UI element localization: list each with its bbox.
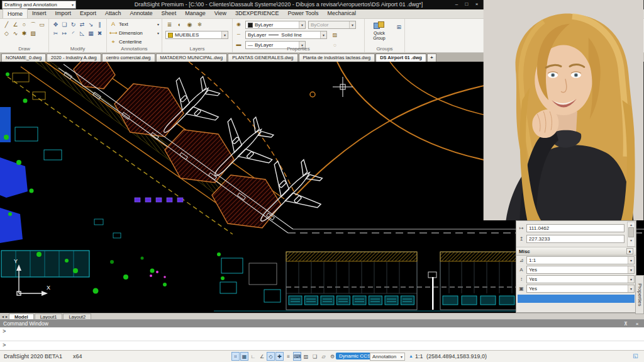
workspace-selector[interactable]: Drafting and Annotation ▾ <box>2 1 76 9</box>
text-button[interactable]: A Text ▾ <box>109 20 159 28</box>
annotation-scale-selector[interactable]: 1:1 ▾ <box>526 256 635 264</box>
sheet-tab-model[interactable]: Model <box>9 314 34 320</box>
misc-section-header[interactable]: Misc ▲ <box>516 247 636 256</box>
tab-scroll-left-icon[interactable]: ◂ <box>1 314 4 319</box>
tab-scroll-right-icon[interactable]: ▸ <box>5 314 8 319</box>
scroll-down-icon[interactable]: ▾ <box>630 239 632 242</box>
tab-manage[interactable]: Manage <box>180 9 210 18</box>
property-value-field[interactable]: 227.3233 <box>526 235 625 243</box>
match-orientation-selector[interactable]: Yes ▾ <box>526 275 635 283</box>
offset-icon[interactable]: ∥ <box>96 21 104 29</box>
lineweight-icon[interactable]: ≡ <box>284 352 292 361</box>
line-style-selector[interactable]: ByLayer Solid line ▾ <box>245 31 327 39</box>
command-history-line: > <box>0 327 644 341</box>
tab-3dexperience[interactable]: 3DEXPERIENCE <box>231 9 284 18</box>
polygon-icon[interactable]: ◇ <box>3 30 11 38</box>
sheet-tab-layout1[interactable]: Layout1 <box>35 314 63 320</box>
close-icon[interactable]: × <box>633 321 641 327</box>
scroll-up-icon[interactable]: ▴ <box>630 223 632 227</box>
fullscreen-icon[interactable]: ◱ <box>633 353 638 359</box>
paper-visibility-selector[interactable]: Yes ▾ <box>526 285 635 293</box>
maximize-button[interactable]: □ <box>462 0 472 9</box>
line-style-icon[interactable]: ┄ <box>235 31 243 38</box>
ortho-icon[interactable]: ∟ <box>249 352 257 361</box>
hatch-icon[interactable]: ▨ <box>29 30 37 38</box>
sheet-tab-layout2[interactable]: Layout2 <box>63 314 91 320</box>
hatch-color-selector[interactable]: ByColor ▾ <box>308 21 356 29</box>
tab-sheet[interactable]: Sheet <box>157 9 181 18</box>
annotation-scale-selector[interactable]: Annotation ▾ <box>370 353 405 361</box>
tab-view[interactable]: View <box>210 9 231 18</box>
chamfer-icon[interactable]: ◺ <box>78 30 86 38</box>
trim-icon[interactable]: ✂ <box>52 30 60 38</box>
scrollbar-thumb[interactable] <box>628 227 634 237</box>
copy-icon[interactable]: ❏ <box>60 21 69 29</box>
etrack-icon[interactable]: ✚ <box>275 352 284 361</box>
hatch-color-icon[interactable]: ▨ <box>331 31 339 39</box>
layer-selector[interactable]: MUEBLES ▾ <box>165 31 228 39</box>
tab-export[interactable]: Export <box>75 9 101 18</box>
line-color-selector[interactable]: ByLayer ▾ <box>245 21 306 29</box>
point-icon[interactable]: ✱ <box>20 30 28 38</box>
quick-group-label: Quick Group <box>367 31 391 41</box>
polyline-icon[interactable]: ∠ <box>11 21 19 29</box>
rectangle-icon[interactable]: ▭ <box>38 21 46 29</box>
close-button[interactable]: × <box>472 0 482 9</box>
polar-icon[interactable]: ∠ <box>258 352 266 361</box>
erase-icon[interactable]: ✖ <box>96 30 104 38</box>
group-manager-icon[interactable]: ⊞ <box>396 24 401 30</box>
dynamic-ccs-toggle[interactable]: Dynamic CCS <box>336 353 374 359</box>
tab-import[interactable]: Import <box>51 9 76 18</box>
snap-icon[interactable]: ⌗ <box>231 352 240 361</box>
doc-tab-ds-airport[interactable]: DS Airport 01 .dwg <box>375 54 426 62</box>
grid-icon[interactable]: ▦ <box>240 352 248 361</box>
tab-attach[interactable]: Attach <box>101 9 126 18</box>
scale-icon[interactable]: ↘ <box>87 21 95 29</box>
centerline-button[interactable]: ⌖ Centerline <box>109 38 159 45</box>
selected-property-row[interactable] <box>518 295 635 303</box>
move-icon[interactable]: ✥ <box>52 21 60 29</box>
doc-tab-matadero[interactable]: MATADERO MUNICIPAL.dwg <box>156 54 228 62</box>
property-value-field[interactable]: 111.0462 <box>526 224 625 232</box>
command-window-header[interactable]: Command Window ⊼ × <box>0 320 644 327</box>
circle-icon[interactable]: ○ <box>20 21 28 29</box>
fillet-icon[interactable]: ◜ <box>69 30 77 38</box>
panel-scrollbar[interactable]: ▴ ▾ <box>627 222 635 247</box>
quick-group-button[interactable]: Quick Group <box>367 21 391 41</box>
layer-manager-icon[interactable]: ≣ <box>165 21 174 28</box>
dynamic-input-icon[interactable]: ⌨ <box>293 352 301 361</box>
esnap-icon[interactable]: ◇ <box>267 352 275 361</box>
layer-toggle-icon[interactable]: ◐ <box>175 21 184 28</box>
arc-icon[interactable]: ⌒ <box>29 21 37 29</box>
tab-home[interactable]: Home <box>3 9 28 18</box>
transparency-icon[interactable]: ▨ <box>302 352 310 361</box>
line-icon[interactable]: ╱ <box>3 21 11 29</box>
collapse-icon[interactable]: ▲ <box>626 248 633 254</box>
dimension-button[interactable]: ⟷ Dimension ▾ <box>109 29 159 37</box>
mirror-icon[interactable]: ⇄ <box>78 21 86 29</box>
doc-tab-industry[interactable]: 2020 - Industry A.dwg <box>47 54 101 62</box>
units-icon[interactable]: ▱ <box>319 352 328 361</box>
tab-insert[interactable]: Insert <box>28 9 51 18</box>
doc-tab-industrias-lacteas[interactable]: Planta de industrias lacteas.dwg <box>299 54 375 62</box>
properties-panel-tab[interactable]: Properties <box>635 275 644 314</box>
cycling-icon[interactable]: ❏ <box>311 352 319 361</box>
spline-icon[interactable]: ∿ <box>11 30 19 38</box>
array-icon[interactable]: ▦ <box>87 30 95 38</box>
extend-icon[interactable]: ↦ <box>60 30 69 38</box>
tab-mechanical[interactable]: Mechanical <box>323 9 360 18</box>
annotative-selector[interactable]: Yes ▾ <box>526 266 635 274</box>
pin-icon[interactable]: ⊼ <box>622 321 630 327</box>
tab-annotate[interactable]: Annotate <box>126 9 157 18</box>
new-document-tab-button[interactable]: + <box>427 54 436 62</box>
command-input[interactable]: > <box>0 341 644 350</box>
doc-tab-noname[interactable]: NONAME_0.dwg <box>1 54 46 62</box>
layer-freeze-icon[interactable]: ❄ <box>196 21 204 28</box>
doc-tab-centro-comercial[interactable]: centro comercial.dwg <box>102 54 155 62</box>
rotate-icon[interactable]: ↻ <box>69 21 77 29</box>
minimize-button[interactable]: – <box>452 0 462 9</box>
tab-power-tools[interactable]: Power Tools <box>284 9 323 18</box>
line-color-icon[interactable]: ◉ <box>235 21 243 28</box>
layer-lock-icon[interactable]: ◉ <box>186 21 194 28</box>
doc-tab-plantas-generales[interactable]: PLANTAS GENERALES.dwg <box>228 54 297 62</box>
